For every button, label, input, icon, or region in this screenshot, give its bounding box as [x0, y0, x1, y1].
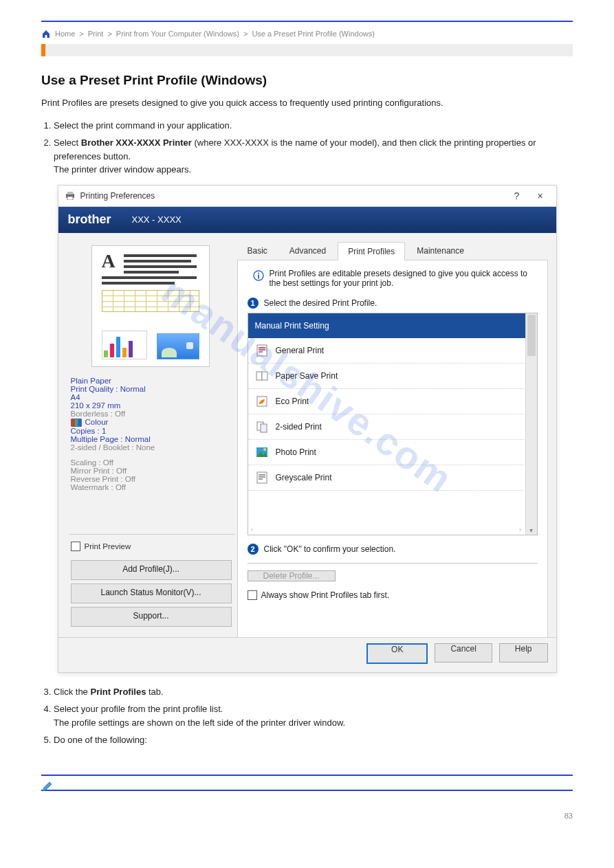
- header-rule: [41, 21, 573, 22]
- help-button[interactable]: Help: [499, 643, 548, 663]
- paper-save-icon: [255, 369, 269, 383]
- greyscale-icon: [255, 471, 269, 485]
- colour-swatch-icon: [71, 419, 82, 427]
- dialog-title: Printing Preferences: [80, 191, 155, 201]
- preview-thumbnail: A: [91, 245, 210, 367]
- svg-rect-7: [256, 372, 262, 380]
- summary-colour: Colour: [71, 418, 230, 427]
- photo-print-icon: [255, 445, 269, 459]
- support-button[interactable]: Support...: [71, 607, 232, 627]
- status-monitor-button[interactable]: Launch Status Monitor(V)...: [71, 583, 232, 603]
- step-badge-1: 1: [248, 298, 259, 309]
- profile-2sided[interactable]: 2-sided Print: [248, 414, 526, 440]
- step-1: Select the print command in your applica…: [54, 119, 573, 133]
- page-number: 83: [41, 812, 573, 820]
- help-button[interactable]: ?: [508, 190, 526, 201]
- two-sided-icon: [255, 420, 269, 434]
- tip-note: [41, 775, 573, 791]
- scroll-left-icon: ‹: [251, 525, 254, 533]
- eco-print-icon: [255, 394, 269, 408]
- step-4: Select your profile from the print profi…: [54, 702, 573, 729]
- add-profile-button[interactable]: Add Profile(J)...: [71, 560, 232, 580]
- profile-eco[interactable]: Eco Print: [248, 389, 526, 414]
- crumb-pc[interactable]: Print from Your Computer (Windows): [116, 30, 239, 38]
- close-button[interactable]: ×: [531, 190, 549, 201]
- step2-text: Click "OK" to confirm your selection.: [264, 544, 396, 554]
- summary-borderless: Borderless : Off: [71, 410, 230, 418]
- profile-general[interactable]: General Print: [248, 338, 526, 364]
- tab-maintenance[interactable]: Maintenance: [406, 241, 474, 260]
- crumb-print[interactable]: Print: [88, 30, 104, 38]
- delete-profile-button[interactable]: Delete Profile...: [248, 570, 336, 581]
- summary-reverse: Reverse Print : Off: [71, 475, 230, 483]
- svg-rect-1: [67, 192, 73, 194]
- print-preview-checkbox[interactable]: Print Preview: [71, 542, 131, 551]
- svg-rect-5: [258, 274, 259, 278]
- step-3: Click the Print Profiles tab.: [54, 685, 573, 699]
- step1-text: Select the desired Print Profile.: [264, 298, 377, 308]
- tab-basic[interactable]: Basic: [237, 241, 278, 260]
- brother-logo: brother: [68, 212, 111, 227]
- scroll-right-icon: ›: [519, 525, 522, 533]
- svg-rect-11: [261, 424, 267, 432]
- summary-quality: Print Quality : Normal: [71, 385, 230, 393]
- svg-rect-8: [262, 372, 267, 380]
- summary-copies: Copies : 1: [71, 427, 230, 435]
- step-5: Do one of the following:: [54, 733, 573, 747]
- summary-scaling: Scaling : Off: [71, 458, 230, 467]
- dialog-title-bar[interactable]: Printing Preferences ? ×: [58, 186, 556, 207]
- ok-button[interactable]: OK: [366, 643, 428, 664]
- breadcrumb: Home > Print > Print from Your Computer …: [41, 29, 573, 38]
- info-icon: [253, 270, 264, 281]
- profile-greyscale[interactable]: Greyscale Print: [248, 465, 526, 491]
- cancel-button[interactable]: Cancel: [435, 643, 492, 663]
- profiles-tab-content: Print Profiles are editable presets desi…: [238, 260, 547, 637]
- summary-paper: Plain Paper: [71, 377, 230, 385]
- summary-watermark: Watermark : Off: [71, 483, 230, 491]
- section-accent: [41, 44, 573, 56]
- crumb-here: Use a Preset Print Profile (Windows): [252, 30, 375, 38]
- profile-paper-save[interactable]: Paper Save Print: [248, 364, 526, 389]
- printer-icon: [65, 192, 75, 200]
- intro-text: Print Profiles are presets designed to g…: [41, 97, 536, 110]
- always-show-checkbox[interactable]: Always show Print Profiles tab first.: [248, 590, 538, 600]
- summary-dims: 210 x 297 mm: [71, 401, 230, 410]
- summary-mirror: Mirror Print : Off: [71, 467, 230, 475]
- home-icon: [41, 29, 51, 38]
- pencil-icon: [41, 780, 54, 792]
- step-2: Select Brother XXX-XXXX Printer (where X…: [54, 136, 573, 177]
- brand-bar: brother XXX - XXXX: [58, 207, 556, 233]
- svg-point-4: [257, 272, 259, 274]
- page-title: Use a Preset Print Profile (Windows): [41, 73, 573, 88]
- summary-panel: A Plain Paper Print Quality : Normal A4 …: [67, 241, 237, 637]
- model-name: XXX - XXXX: [132, 214, 182, 225]
- crumb-home[interactable]: Home: [55, 30, 75, 38]
- dialog-footer: OK Cancel Help: [58, 637, 556, 672]
- profile-list-scrollbar[interactable]: ▾: [525, 313, 537, 535]
- profile-list[interactable]: Manual Print Setting General Print: [248, 313, 538, 535]
- summary-size: A4: [71, 393, 230, 401]
- svg-rect-15: [257, 472, 267, 483]
- tab-strip: Basic Advanced Print Profiles Maintenanc…: [237, 241, 548, 260]
- tab-print-profiles[interactable]: Print Profiles: [338, 242, 405, 260]
- profile-manual[interactable]: Manual Print Setting: [248, 313, 526, 338]
- summary-multiple: Multiple Page : Normal: [71, 435, 230, 443]
- summary-duplex: 2-sided / Booklet : None: [71, 443, 230, 452]
- svg-point-14: [263, 448, 266, 451]
- profile-photo[interactable]: Photo Print: [248, 440, 526, 465]
- profiles-info: Print Profiles are editable presets desi…: [270, 269, 538, 288]
- printing-preferences-dialog: Printing Preferences ? × brother XXX - X…: [58, 185, 557, 673]
- svg-rect-6: [257, 345, 267, 356]
- step-badge-2: 2: [248, 544, 259, 555]
- tab-advanced[interactable]: Advanced: [279, 241, 336, 260]
- svg-rect-2: [67, 197, 73, 200]
- general-print-icon: [255, 344, 269, 357]
